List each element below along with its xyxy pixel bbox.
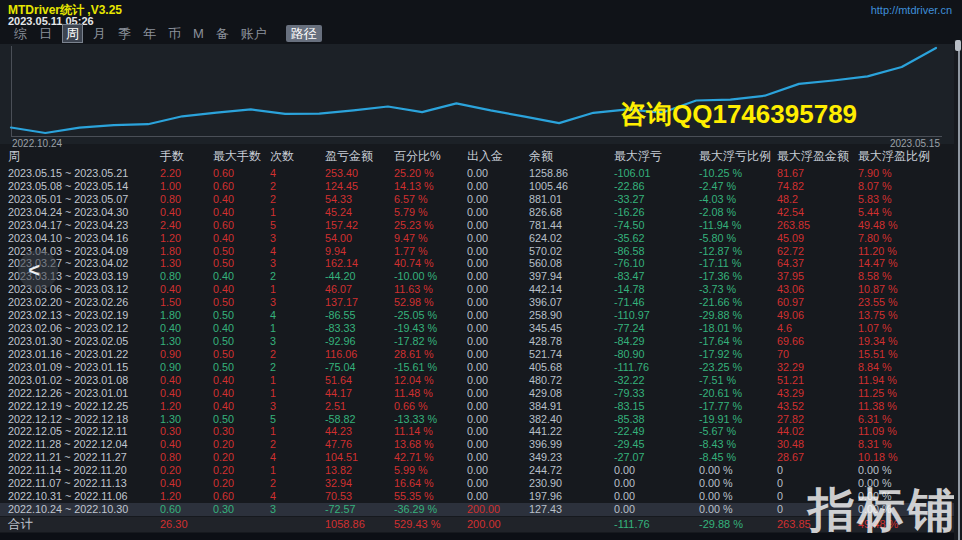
table-cell: -21.66 % — [699, 296, 777, 309]
table-row[interactable]: 2022.12.12 ~ 2022.12.181.300.505-58.82-1… — [0, 413, 954, 426]
table-cell: -4.03 % — [699, 193, 777, 206]
table-cell: 0.66 % — [394, 400, 467, 413]
menu-item-周[interactable]: 周 — [63, 25, 82, 42]
table-cell: 2022.10.31 ~ 2022.11.06 — [8, 490, 160, 503]
menu-item-账户[interactable]: 账户 — [240, 25, 268, 42]
table-cell: 384.91 — [529, 400, 614, 413]
table-cell: 8.07 % — [858, 180, 954, 193]
table-cell: 137.17 — [325, 296, 394, 309]
menu-item-月[interactable]: 月 — [92, 25, 107, 42]
table-cell: 197.96 — [529, 490, 614, 503]
table-row[interactable]: 2023.01.16 ~ 2023.01.220.900.502116.0628… — [0, 348, 954, 361]
table-cell: 2023.04.24 ~ 2023.04.30 — [8, 206, 160, 219]
table-cell: 8.31 % — [858, 438, 954, 451]
table-cell: -75.04 — [325, 361, 394, 374]
table-cell: 2 — [270, 438, 325, 451]
table-cell: 44.23 — [325, 425, 394, 438]
table-cell: 11.63 % — [394, 283, 467, 296]
scrollbar-thumb[interactable] — [955, 40, 961, 51]
table-cell: 5.83 % — [858, 193, 954, 206]
menu-item-综[interactable]: 综 — [13, 25, 28, 42]
menu-item-年[interactable]: 年 — [142, 25, 157, 42]
menu-item-备[interactable]: 备 — [215, 25, 230, 42]
table-cell: 0.80 — [160, 451, 213, 464]
table-cell: 157.42 — [325, 219, 394, 232]
table-row[interactable]: 2022.12.19 ~ 2022.12.251.200.4032.510.66… — [0, 400, 954, 413]
table-cell: 0.20 — [213, 464, 270, 477]
table-cell: 0.40 — [213, 387, 270, 400]
table-cell: 62.72 — [777, 245, 858, 258]
table-cell: 200.00 — [467, 517, 529, 532]
table-cell: -13.33 % — [394, 413, 467, 426]
table-row[interactable]: 2023.03.27 ~ 2023.04.021.300.503162.1440… — [0, 257, 954, 270]
menu-item-日[interactable]: 日 — [38, 25, 53, 42]
table-row[interactable]: 2022.12.26 ~ 2023.01.010.400.40144.1711.… — [0, 387, 954, 400]
table-cell: 45.24 — [325, 206, 394, 219]
table-cell: 0.40 — [160, 438, 213, 451]
table-cell: 1.30 — [160, 413, 213, 426]
table-header-cell: 次数 — [270, 146, 325, 167]
table-cell: 3 — [270, 257, 325, 270]
table-cell: 0.00 — [467, 206, 529, 219]
table-cell: -8.45 % — [699, 451, 777, 464]
table-row[interactable]: 2022.11.21 ~ 2022.11.270.800.204104.5142… — [0, 451, 954, 464]
table-cell: 0.00 — [467, 283, 529, 296]
website-link[interactable]: http://mtdriver.cn — [871, 4, 952, 16]
table-row[interactable]: 2022.11.28 ~ 2022.12.040.400.20247.7613.… — [0, 438, 954, 451]
table-cell: -32.22 — [614, 374, 699, 387]
table-cell: 70 — [777, 348, 858, 361]
app-window: MTDriver统计 ,V3.25 2023.05.11 05:26 http:… — [0, 0, 962, 540]
table-row[interactable]: 2023.04.10 ~ 2023.04.161.200.40354.009.4… — [0, 232, 954, 245]
table-row[interactable]: 2023.05.01 ~ 2023.05.070.800.40254.336.5… — [0, 193, 954, 206]
table-row[interactable]: 2022.12.05 ~ 2022.12.110.300.30144.2311.… — [0, 425, 954, 438]
table-cell — [213, 517, 270, 532]
table-row[interactable]: 2023.01.02 ~ 2023.01.080.400.40151.6412.… — [0, 374, 954, 387]
table-cell: 54.33 — [325, 193, 394, 206]
table-cell: 3 — [270, 503, 325, 516]
table-cell: 429.08 — [529, 387, 614, 400]
table-cell: -18.01 % — [699, 322, 777, 335]
menu-item-币[interactable]: 币 — [167, 25, 182, 42]
table-row[interactable]: 2023.01.30 ~ 2023.02.051.300.503-92.96-1… — [0, 335, 954, 348]
table-cell: 2023.04.10 ~ 2023.04.16 — [8, 232, 160, 245]
table-row[interactable]: 2023.04.17 ~ 2023.04.232.400.605157.4225… — [0, 219, 954, 232]
table-cell: 43.52 — [777, 400, 858, 413]
table-cell: 0.50 — [213, 257, 270, 270]
table-cell: 1258.86 — [529, 167, 614, 180]
table-row[interactable]: 2023.02.20 ~ 2023.02.261.500.503137.1752… — [0, 296, 954, 309]
table-cell: 0.00 % — [699, 490, 777, 503]
table-row[interactable]: 2023.04.24 ~ 2023.04.300.400.40145.245.7… — [0, 206, 954, 219]
menu-item-季[interactable]: 季 — [117, 25, 132, 42]
table-row[interactable]: 2023.03.13 ~ 2023.03.190.800.402-44.20-1… — [0, 270, 954, 283]
path-button[interactable]: 路径 — [286, 25, 322, 42]
table-row[interactable]: 2023.01.09 ~ 2023.01.150.900.502-75.04-1… — [0, 361, 954, 374]
table-cell: 0.00 % — [858, 464, 954, 477]
table-row[interactable]: 2023.05.08 ~ 2023.05.141.000.602124.4514… — [0, 180, 954, 193]
table-cell: 1.30 — [160, 335, 213, 348]
table-cell: 11.20 % — [858, 245, 954, 258]
table-cell: 0 — [777, 464, 858, 477]
vertical-scrollbar[interactable] — [954, 40, 962, 540]
table-row[interactable]: 2022.11.14 ~ 2022.11.200.200.20113.825.9… — [0, 464, 954, 477]
table-row[interactable]: 2023.02.13 ~ 2023.02.191.800.504-86.55-2… — [0, 309, 954, 322]
table-row[interactable]: 2023.04.03 ~ 2023.04.091.800.5049.941.77… — [0, 245, 954, 258]
table-cell: -3.73 % — [699, 283, 777, 296]
table-row[interactable]: 2023.03.06 ~ 2023.03.120.400.40146.0711.… — [0, 283, 954, 296]
table-cell: 0.50 — [213, 335, 270, 348]
scrollbar-track-line — [958, 40, 960, 540]
table-cell: 263.85 — [777, 219, 858, 232]
table-row[interactable]: 2023.05.15 ~ 2023.05.212.200.604253.4025… — [0, 167, 954, 180]
table-cell: 0.90 — [160, 361, 213, 374]
table-cell: 1 — [270, 322, 325, 335]
table-cell: 397.94 — [529, 270, 614, 283]
menu-item-M[interactable]: M — [192, 25, 205, 42]
table-cell: 55.35 % — [394, 490, 467, 503]
table-cell: -29.88 % — [699, 309, 777, 322]
table-header-cell: 最大浮盈比例 — [858, 146, 954, 167]
table-cell: -80.90 — [614, 348, 699, 361]
table-cell: -12.87 % — [699, 245, 777, 258]
table-cell: 258.90 — [529, 309, 614, 322]
table-row[interactable]: 2023.02.06 ~ 2023.02.120.400.401-83.33-1… — [0, 322, 954, 335]
menu-bar: 综日周月季年币M备账户 路径 — [13, 25, 322, 42]
table-cell: 25.23 % — [394, 219, 467, 232]
